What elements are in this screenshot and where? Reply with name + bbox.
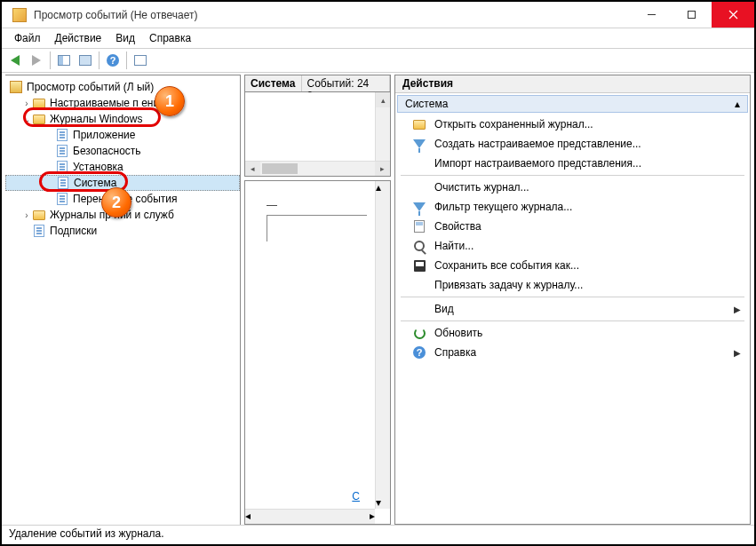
tree-label: Журналы пр ний и служб: [50, 209, 174, 221]
tree-setup[interactable]: Установка: [5, 159, 240, 175]
show-hide-action-button[interactable]: [76, 51, 95, 70]
events-col-count[interactable]: Событий: 24 2...: [302, 75, 390, 91]
pane2-icon: [79, 55, 92, 66]
action-label: Очистить журнал...: [434, 181, 529, 194]
events-col-system[interactable]: Система: [245, 75, 302, 91]
separator: [401, 297, 744, 297]
horizontal-scrollbar[interactable]: ◂ ▸: [245, 161, 390, 176]
tree-subscriptions[interactable]: Подписки: [5, 223, 240, 239]
tree-label: Перена ные события: [73, 193, 178, 205]
event-viewer-icon: [9, 80, 23, 94]
save-icon: [411, 258, 427, 273]
tree-forwarded[interactable]: Перена ные события: [5, 191, 240, 207]
scroll-left-icon[interactable]: ◂: [245, 162, 260, 176]
app-icon: [12, 8, 27, 22]
menu-bar: Файл Действие Вид Справка: [2, 28, 754, 48]
forward-button[interactable]: [27, 51, 46, 70]
tree: Просмотр событий (Л ый) › Настраиваемые …: [5, 75, 240, 242]
tree-app-services[interactable]: › Журналы пр ний и служб: [5, 207, 240, 223]
events-list[interactable]: ▴ ◂ ▸: [244, 92, 391, 177]
tree-application[interactable]: Приложение: [5, 127, 240, 143]
folder-open-icon: [411, 117, 427, 131]
action-label: Обновить: [434, 327, 482, 339]
action-find[interactable]: Найти...: [395, 236, 750, 256]
action-label: Импорт настраиваемого представления...: [434, 157, 641, 170]
actions-subheader[interactable]: Система ▴: [397, 95, 748, 113]
action-clear-log[interactable]: Очистить журнал...: [395, 178, 750, 197]
tree-custom-views[interactable]: › Настраиваемые п ения: [5, 95, 240, 111]
action-label: Свойства: [434, 220, 481, 233]
toolbar: ?: [2, 48, 754, 73]
actions-list: Открыть сохраненный журнал... Создать на…: [395, 115, 750, 362]
action-view[interactable]: Вид▶: [395, 299, 750, 319]
log-icon: [55, 160, 69, 174]
log-icon: [56, 176, 70, 190]
scroll-left-icon[interactable]: ◂: [245, 510, 251, 524]
tree-label: Безопасность: [73, 145, 141, 157]
back-button[interactable]: [5, 51, 25, 70]
collapse-icon[interactable]: ▴: [735, 98, 740, 110]
action-label: Вид: [434, 303, 454, 315]
tree-root-label: Просмотр событий (Л ый): [27, 81, 154, 93]
refresh-toolbar-button[interactable]: [131, 51, 150, 70]
scroll-thumb[interactable]: [262, 163, 298, 174]
folder-icon: [32, 96, 46, 110]
scroll-right-icon[interactable]: ▸: [375, 162, 390, 176]
vertical-scrollbar[interactable]: ▴ ▾: [375, 181, 390, 509]
scroll-up-icon[interactable]: ▴: [376, 92, 390, 107]
svg-rect-1: [688, 12, 696, 19]
tree-system[interactable]: Система: [5, 175, 240, 191]
scroll-up-icon[interactable]: ▴: [376, 181, 390, 194]
help-toolbar-button[interactable]: ?: [103, 51, 123, 70]
tree-root[interactable]: Просмотр событий (Л ый): [5, 79, 240, 95]
status-text: Удаление событий из журнала.: [9, 527, 163, 540]
action-create-custom[interactable]: Создать настраиваемое представление...: [395, 134, 750, 154]
minimize-button[interactable]: [632, 2, 672, 28]
action-open-saved[interactable]: Открыть сохраненный журнал...: [395, 115, 750, 134]
menu-help[interactable]: Справка: [142, 30, 198, 46]
action-save-all[interactable]: Сохранить все события как...: [395, 256, 750, 275]
expander-icon[interactable]: ›: [21, 210, 32, 220]
tree-security[interactable]: Безопасность: [5, 143, 240, 159]
action-properties[interactable]: Свойства: [395, 217, 750, 236]
menu-view[interactable]: Вид: [108, 30, 142, 46]
folder-icon: [32, 112, 46, 126]
action-label: Справка: [434, 346, 476, 359]
tree-label: Настраиваемые п ения: [50, 97, 165, 109]
action-refresh[interactable]: Обновить: [395, 323, 750, 343]
window-title: Просмотр событий (Не отвечает): [34, 9, 632, 21]
action-attach-task[interactable]: Привязать задачу к журналу...: [395, 275, 750, 295]
action-label: Фильтр текущего журнала...: [434, 201, 572, 213]
refresh-icon: [411, 326, 427, 340]
properties-icon: [411, 219, 427, 233]
horizontal-scrollbar[interactable]: ◂ ▸: [245, 509, 375, 524]
tree-windows-logs[interactable]: ⌄ Журналы Windows: [5, 111, 240, 127]
expander-icon[interactable]: ⌄: [21, 115, 32, 124]
scroll-right-icon[interactable]: ▸: [370, 510, 375, 524]
scroll-down-icon[interactable]: ▾: [376, 496, 390, 509]
detail-link[interactable]: С: [352, 490, 360, 502]
actions-sub-label: Система: [405, 98, 448, 110]
events-panel: Система Событий: 24 2... ▴ ◂ ▸ — С ▴: [244, 75, 391, 525]
show-hide-tree-button[interactable]: [54, 51, 74, 70]
menu-action[interactable]: Действие: [48, 30, 109, 46]
log-icon: [55, 192, 69, 206]
blank-icon: [411, 278, 427, 292]
main-area: Просмотр событий (Л ый) › Настраиваемые …: [2, 73, 754, 525]
vertical-scrollbar[interactable]: ▴: [375, 92, 390, 161]
separator: [50, 51, 51, 69]
menu-file[interactable]: Файл: [7, 30, 48, 46]
action-import-custom[interactable]: Импорт настраиваемого представления...: [395, 154, 750, 173]
pane-icon: [58, 55, 70, 66]
maximize-button[interactable]: [672, 2, 712, 28]
action-filter-current[interactable]: Фильтр текущего журнала...: [395, 197, 750, 217]
detail-content: —: [245, 181, 390, 259]
expander-icon[interactable]: ›: [21, 99, 32, 108]
folder-icon: [32, 208, 46, 222]
event-details[interactable]: — С ▴ ▾ ◂ ▸: [244, 180, 391, 525]
action-help[interactable]: ?Справка▶: [395, 343, 750, 362]
blank-icon: [411, 156, 427, 170]
close-button[interactable]: [712, 2, 754, 28]
filter-icon: [411, 200, 427, 214]
action-label: Сохранить все события как...: [434, 259, 579, 272]
